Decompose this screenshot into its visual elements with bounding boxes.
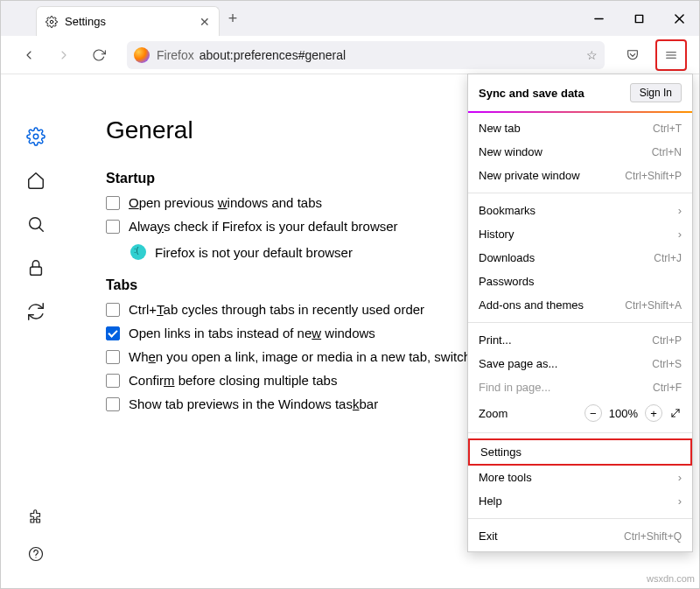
app-menu-highlight <box>655 39 687 71</box>
toolbar: Firefox about:preferences#general ☆ <box>1 36 699 74</box>
svg-rect-11 <box>31 267 42 275</box>
privacy-icon[interactable] <box>26 258 46 277</box>
maximize-button[interactable] <box>619 1 659 36</box>
chevron-right-icon: › <box>678 204 682 217</box>
zoom-out-button[interactable]: − <box>584 404 602 422</box>
menu-more-tools[interactable]: More tools› <box>468 466 692 489</box>
svg-point-8 <box>33 134 38 139</box>
window-controls <box>578 1 699 36</box>
menu-zoom: Zoom − 100% + <box>468 399 692 427</box>
checkbox-icon[interactable] <box>106 220 120 234</box>
reload-button[interactable] <box>87 43 111 67</box>
menu-new-tab[interactable]: New tabCtrl+T <box>468 116 692 140</box>
chevron-right-icon: › <box>678 494 682 508</box>
menu-exit[interactable]: ExitCtrl+Shift+Q <box>468 524 692 548</box>
sync-title: Sync and save data <box>479 87 584 100</box>
menu-sync-header: Sync and save data Sign In <box>468 74 692 113</box>
checkbox-icon[interactable] <box>106 374 120 388</box>
menu-downloads[interactable]: DownloadsCtrl+J <box>468 246 692 270</box>
zoom-in-button[interactable]: + <box>645 404 662 422</box>
url-bar[interactable]: Firefox about:preferences#general ☆ <box>127 41 605 69</box>
sad-face-icon <box>130 244 146 260</box>
svg-point-0 <box>50 20 53 24</box>
svg-line-14 <box>672 410 679 417</box>
svg-rect-2 <box>635 15 642 22</box>
menu-settings[interactable]: Settings <box>468 438 692 466</box>
app-menu-panel: Sync and save data Sign In New tabCtrl+T… <box>467 74 693 552</box>
checkbox-icon[interactable] <box>106 350 120 364</box>
minimize-button[interactable] <box>578 1 619 36</box>
general-icon[interactable] <box>26 127 46 146</box>
app-menu-button[interactable] <box>659 43 683 67</box>
url-address: about:preferences#general <box>200 48 346 62</box>
browser-tab[interactable]: Settings ✕ <box>36 6 220 36</box>
tab-title: Settings <box>65 15 200 28</box>
home-icon[interactable] <box>26 171 46 190</box>
checkbox-icon[interactable] <box>106 397 120 411</box>
chevron-right-icon: › <box>678 471 682 484</box>
preferences-sidebar <box>1 74 71 588</box>
forward-button[interactable] <box>52 43 76 67</box>
watermark: wsxdn.com <box>647 573 695 584</box>
firefox-logo-icon <box>134 47 150 63</box>
menu-new-private[interactable]: New private windowCtrl+Shift+P <box>468 164 692 187</box>
chevron-right-icon: › <box>678 228 682 241</box>
menu-bookmarks[interactable]: Bookmarks› <box>468 199 692 222</box>
support-icon[interactable] <box>28 546 44 562</box>
titlebar: Settings ✕ + <box>1 1 699 36</box>
checkbox-icon[interactable] <box>106 196 120 210</box>
menu-addons[interactable]: Add-ons and themesCtrl+Shift+A <box>468 293 692 317</box>
new-tab-button[interactable]: + <box>220 1 246 36</box>
sign-in-button[interactable]: Sign In <box>630 83 682 102</box>
menu-find: Find in page...Ctrl+F <box>468 375 692 399</box>
menu-help[interactable]: Help› <box>468 489 692 513</box>
bookmark-star-icon[interactable]: ☆ <box>586 48 598 62</box>
close-button[interactable] <box>659 1 699 36</box>
zoom-percent: 100% <box>609 407 638 420</box>
menu-history[interactable]: History› <box>468 222 692 246</box>
svg-point-12 <box>30 548 43 561</box>
checkbox-icon[interactable] <box>106 326 120 340</box>
extensions-icon[interactable] <box>28 509 44 525</box>
search-icon[interactable] <box>26 214 46 234</box>
checkbox-icon[interactable] <box>106 303 120 317</box>
fullscreen-icon[interactable] <box>669 407 682 419</box>
gear-icon <box>46 16 58 28</box>
pocket-button[interactable] <box>620 43 645 67</box>
menu-save-page[interactable]: Save page as...Ctrl+S <box>468 352 692 375</box>
menu-print[interactable]: Print...Ctrl+P <box>468 328 692 352</box>
sync-icon[interactable] <box>26 302 46 321</box>
menu-passwords[interactable]: Passwords <box>468 270 692 293</box>
back-button[interactable] <box>17 43 41 67</box>
tab-close-icon[interactable]: ✕ <box>200 15 210 29</box>
svg-line-10 <box>39 228 44 232</box>
url-app-label: Firefox <box>157 48 194 62</box>
menu-new-window[interactable]: New windowCtrl+N <box>468 140 692 164</box>
